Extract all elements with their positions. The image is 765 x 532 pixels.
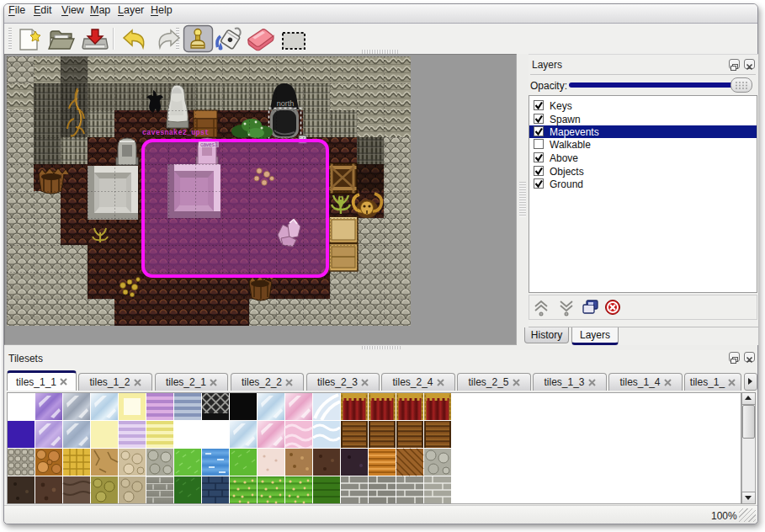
svg-text:caves1: caves1 bbox=[200, 141, 218, 147]
svg-text:cavesnake2_upst: cavesnake2_upst bbox=[142, 129, 210, 137]
